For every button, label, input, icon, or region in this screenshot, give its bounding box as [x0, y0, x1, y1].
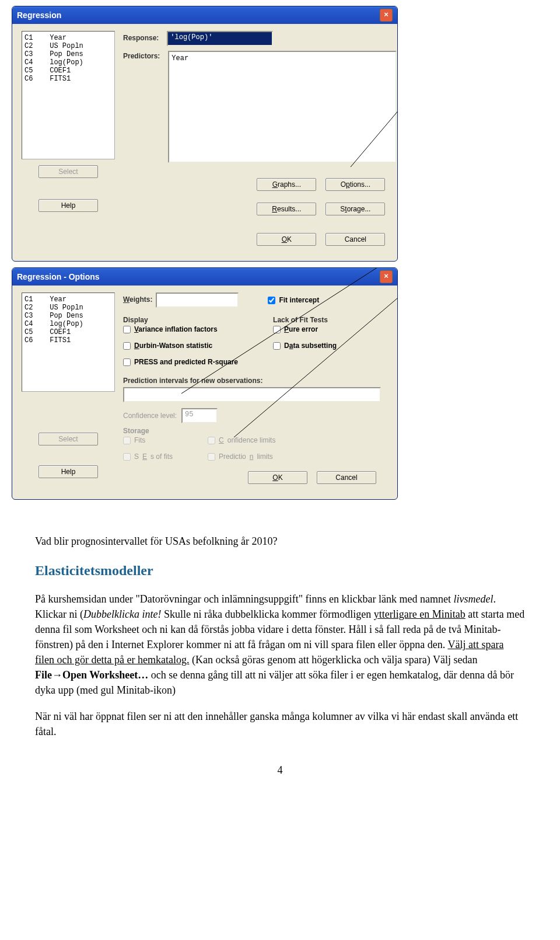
ok-button[interactable]: OK — [248, 471, 307, 484]
close-icon[interactable]: × — [380, 270, 393, 283]
close-icon[interactable]: × — [380, 9, 393, 22]
response-label: Response: — [123, 34, 159, 42]
storage-button[interactable]: Storage... — [326, 203, 385, 215]
pure-error-checkbox[interactable]: Pure error — [273, 325, 337, 333]
regression-dialog: Regression × C1 Year C2 US Popln C3 Pop … — [12, 6, 398, 262]
predictors-input[interactable]: Year — [168, 51, 397, 163]
results-button[interactable]: Results... — [257, 203, 316, 215]
help-button[interactable]: Help — [38, 199, 98, 212]
lof-header: Lack of Fit Tests — [273, 316, 337, 324]
question-text: Vad blir prognosintervallet för USAs bef… — [35, 534, 525, 549]
storage-header: Storage — [123, 427, 388, 435]
cancel-button[interactable]: Cancel — [317, 471, 376, 484]
paragraph-1: På kurshemsidan under "Datorövningar och… — [35, 591, 525, 698]
vif-checkbox[interactable]: Variance inflation factors — [123, 325, 238, 333]
page-number: 4 — [35, 763, 525, 778]
confidence-input: 95 — [181, 408, 218, 423]
display-header: Display — [123, 316, 238, 324]
paragraph-2: När ni väl har öppnat filen ser ni att d… — [35, 709, 525, 739]
press-checkbox[interactable]: PRESS and predicted R-square — [123, 358, 238, 366]
durbin-watson-checkbox[interactable]: Durbin-Watson statistic — [123, 342, 238, 350]
fits-checkbox: Fits — [123, 436, 173, 444]
titlebar[interactable]: Regression × — [12, 6, 397, 24]
cancel-button[interactable]: Cancel — [326, 233, 385, 246]
data-subsetting-checkbox[interactable]: Data subsetting — [273, 342, 337, 350]
conf-limits-checkbox: Confidence limits — [208, 436, 275, 444]
columns-list[interactable]: C1 Year C2 US Popln C3 Pop Dens C4 log(P… — [22, 31, 115, 159]
weights-input[interactable] — [156, 293, 239, 308]
help-button[interactable]: Help — [38, 465, 98, 478]
titlebar[interactable]: Regression - Options × — [12, 268, 397, 286]
ok-button[interactable]: OK — [257, 233, 316, 246]
weights-label: Weights: — [123, 295, 152, 304]
dialog-title: Regression - Options — [17, 272, 100, 281]
prediction-header: Prediction intervals for new observation… — [123, 377, 388, 385]
confidence-label: Confidence level: — [123, 412, 177, 420]
prediction-input[interactable] — [123, 387, 381, 402]
se-fits-checkbox: SEs of fits — [123, 452, 173, 461]
options-button[interactable]: Options... — [326, 178, 385, 191]
graphs-button[interactable]: Graphs... — [257, 178, 316, 191]
dialog-title: Regression — [17, 11, 61, 20]
document-body: Vad blir prognosintervallet för USAs bef… — [0, 506, 560, 813]
select-button: Select — [38, 165, 98, 178]
section-heading: Elasticitetsmodeller — [35, 560, 525, 581]
response-input[interactable]: 'log(Pop)' — [167, 31, 273, 46]
fit-intercept-checkbox[interactable]: Fit intercept — [268, 296, 319, 304]
regression-options-dialog: Regression - Options × C1 Year C2 US Pop… — [12, 267, 398, 500]
columns-list[interactable]: C1 Year C2 US Popln C3 Pop Dens C4 log(P… — [22, 293, 115, 392]
pred-limits-checkbox: Prediction limits — [208, 452, 275, 461]
select-button: Select — [38, 433, 98, 445]
predictors-label: Predictors: — [123, 52, 160, 162]
